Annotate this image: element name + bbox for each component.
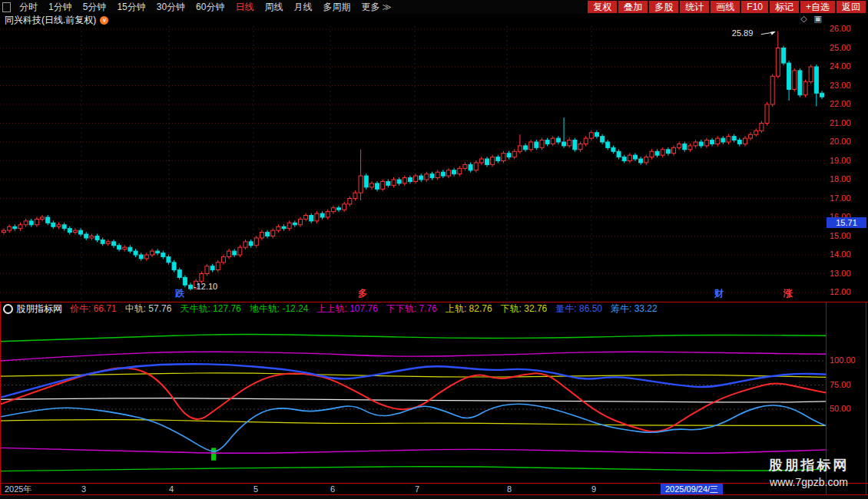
indicator-line-上轨 [0,373,826,378]
time-axis-label: 9 [591,484,596,494]
time-axis-label: 7 [415,484,419,494]
indicator-line-量牛 [0,364,826,398]
toolbar-menu: 复权叠加多股统计画线F10标记+自选返回 [588,1,868,13]
menu-item-30分钟[interactable]: 30分钟 [151,0,190,14]
toolbar-button-画线[interactable]: 画线 [711,1,740,13]
chart-watermark-char: 多 [358,288,367,299]
price-axis-label: 21.00 [830,118,865,127]
toolbar-button-F10[interactable]: F10 [741,1,768,13]
menu-item-分时[interactable]: 分时 [14,0,43,14]
price-axis-label: 15.00 [830,231,865,240]
time-axis-label: 6 [330,484,335,494]
indicator-line-中轨 [0,398,826,402]
toolbar-button-复权[interactable]: 复权 [588,1,617,13]
toolbar-button-返回[interactable]: 返回 [837,1,866,13]
indicator-header: 股朋指标网 价牛: 66.71中轨: 57.76天牛轨: 127.76地牛轨: … [0,302,868,315]
time-axis-label: 8 [507,484,512,494]
indicator-axis-label: 75.00 [830,380,865,389]
period-menubar: 分时1分钟5分钟15分钟30分钟60分钟日线周线月线多周期更多 ≫ 复权叠加多股… [0,0,868,14]
date-cursor-marker: 2025/09/24/三 [661,484,723,494]
indicator-value-下下轨: 下下轨: 7.76 [386,302,437,316]
chart-watermark-char: 财 [714,288,724,299]
indicator-value-筹牛: 筹牛: 33.22 [611,302,658,316]
indicator-value-地牛轨: 地牛轨: -12.24 [250,302,309,316]
price-axis-label: 25.00 [830,43,865,52]
chart-watermark-char: 涨 [783,288,793,299]
menu-item-更多 ≫[interactable]: 更多 ≫ [356,0,396,14]
price-axis-label: 22.00 [830,99,865,108]
indicator-source: 股朋指标网 [16,302,62,316]
toolbar-button-统计[interactable]: 统计 [680,1,709,13]
indicator-line-筹牛 [0,404,826,451]
period-menu: 分时1分钟5分钟15分钟30分钟60分钟日线周线月线多周期更多 ≫ [14,0,588,14]
menu-item-月线[interactable]: 月线 [288,0,317,14]
site-logo-icon [3,304,13,314]
indicator-axis-label: 50.00 [830,404,865,413]
menu-item-5分钟[interactable]: 5分钟 [78,0,112,14]
indicator-value-下轨: 下轨: 32.76 [501,302,548,316]
price-axis-label: 26.00 [830,24,865,33]
price-axis-label: 12.00 [830,287,865,296]
price-axis-label: 13.00 [830,269,865,278]
title-bar: 同兴科技(日线.前复权) ∨ ◇ ▣ [0,14,868,26]
indicator-value-上轨: 上轨: 82.76 [446,302,492,316]
watermark-url: www.7gpzb.com [756,476,862,488]
menu-item-日线[interactable]: 日线 [230,0,259,14]
chart-annotation-high: 25.89 [732,28,754,38]
indicator-axis-label: 100.00 [830,355,865,365]
indicator-chart-pane[interactable]: 100.0075.0050.00 [0,315,868,483]
menu-item-周线[interactable]: 周线 [259,0,288,14]
watermark-site-name: 股朋指标网 [756,456,862,474]
time-axis-label: 4 [169,484,174,494]
price-axis-label: 14.00 [830,250,865,259]
chart-annotation-low: -12.10 [194,282,217,291]
watermark: 股朋指标网 www.7gpzb.com [756,456,862,488]
indicator-line-天牛轨 [0,335,826,342]
indicator-chart[interactable] [0,315,826,483]
indicator-value-上上轨: 上上轨: 107.76 [316,302,377,316]
frame-border [866,302,866,495]
menu-item-多周期[interactable]: 多周期 [317,0,356,14]
price-axis-label: 20.00 [830,137,865,146]
signal-bar [211,448,216,460]
price-axis-label: 23.00 [830,81,865,90]
time-axis-label: 2025年 [5,484,31,494]
indicator-dropdown-icon[interactable]: ∨ [100,16,108,25]
time-axis-label: 5 [253,484,258,494]
toolbar-button-+自选[interactable]: +自选 [800,1,835,13]
maximize-icon[interactable]: ▣ [814,14,822,24]
frame-border [0,302,1,495]
menu-item-15分钟[interactable]: 15分钟 [111,0,151,14]
app-icon[interactable] [2,2,11,12]
price-cursor-marker: 15.71 [827,217,866,228]
indicator-value-量牛: 量牛: 86.50 [555,302,602,316]
toolbar-button-标记[interactable]: 标记 [770,1,799,13]
toolbar-button-多股[interactable]: 多股 [649,1,678,13]
price-axis-label: 18.00 [830,174,865,183]
time-axis-label: 3 [81,484,86,494]
indicator-value-天牛轨: 天牛轨: 127.76 [180,302,240,316]
price-axis-label: 17.00 [830,193,865,203]
candlestick-chart-pane[interactable]: 25.89-12.10跌多财涨 26.0025.0024.0023.0022.0… [0,26,868,302]
stock-title: 同兴科技(日线.前复权) [5,14,96,27]
chart-watermark-char: 跌 [174,288,185,299]
price-axis-label: 24.00 [830,61,865,71]
indicator-value-中轨: 中轨: 57.76 [125,302,172,316]
price-axis-label: 19.00 [830,156,865,165]
pane-icons: ◇ ▣ [800,14,822,24]
indicator-value-价牛: 价牛: 66.71 [70,302,117,316]
time-axis: 2025年34567892025/09/24/三 [0,484,868,494]
indicator-line-上上轨 [0,352,826,361]
indicator-line-下轨 [0,420,826,426]
indicator-values: 价牛: 66.71中轨: 57.76天牛轨: 127.76地牛轨: -12.24… [70,302,658,316]
candlestick-chart[interactable]: 25.89-12.10跌多财涨 [0,26,826,302]
indicator-line-地牛轨 [0,467,826,471]
menu-item-60分钟[interactable]: 60分钟 [190,0,230,14]
next-pane-clipped [0,495,868,499]
trading-app-window: 分时1分钟5分钟15分钟30分钟60分钟日线周线月线多周期更多 ≫ 复权叠加多股… [0,0,868,499]
indicator-line-下下轨 [0,448,826,453]
menu-item-1分钟[interactable]: 1分钟 [43,0,78,14]
diamond-icon[interactable]: ◇ [800,14,807,24]
toolbar-button-叠加[interactable]: 叠加 [618,1,648,13]
